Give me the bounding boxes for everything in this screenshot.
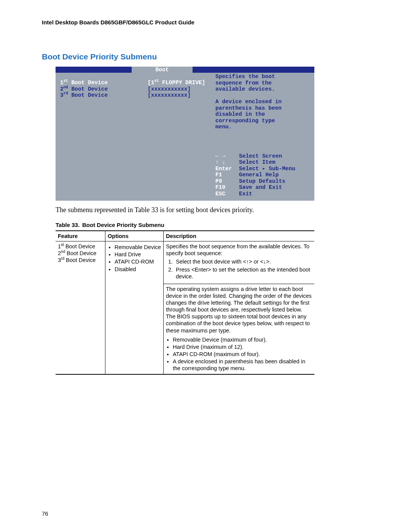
- table-caption: Table 33.Boot Device Priority Submenu: [56, 222, 369, 228]
- th-feature: Feature: [56, 231, 105, 241]
- bios-left-panel: 1st Boot Device [1st FLOPPY DRIVE] 2nd B…: [56, 73, 215, 197]
- cell-description-1: Specifies the boot sequence from the ava…: [164, 241, 315, 284]
- bios-tab-spacer-right: [193, 67, 314, 73]
- bios-tab-boot: Boot: [132, 67, 193, 73]
- bios-help-panel: Specifies the boot sequence from the ava…: [215, 73, 314, 197]
- bios-tab-spacer-left: [56, 67, 132, 73]
- cell-options: Removable Device Hard Drive ATAPI CD-ROM…: [105, 241, 164, 375]
- page-number: 76: [42, 510, 48, 517]
- body-paragraph: The submenu represented in Table 33 is f…: [56, 206, 369, 214]
- bios-screen: Boot 1st Boot Device [1st FLOPPY DRIVE] …: [56, 67, 314, 201]
- feature-table: Feature Options Description 1st Boot Dev…: [56, 230, 314, 375]
- cell-features: 1st Boot Device 2nd Boot Device 3rd Boot…: [56, 241, 105, 375]
- section-heading: Boot Device Priority Submenu: [42, 52, 369, 61]
- bios-nav-help: ← →Select Screen ↑ ↓Select Item EnterSel…: [215, 153, 311, 197]
- th-description: Description: [164, 231, 315, 241]
- doc-title: Intel Desktop Boards D865GBF/D865GLC Pro…: [42, 19, 369, 26]
- th-options: Options: [105, 231, 164, 241]
- cell-description-2: The operating system assigns a drive let…: [164, 284, 315, 374]
